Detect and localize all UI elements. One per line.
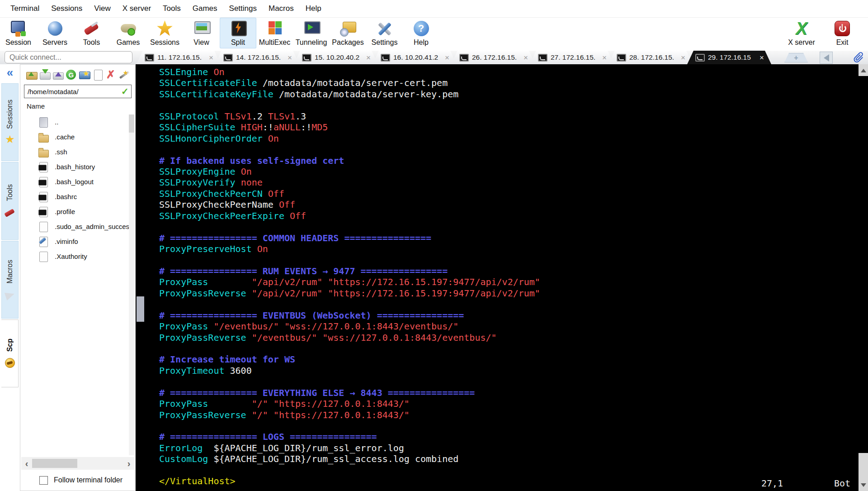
- toolbar-button-packages[interactable]: Packages: [330, 18, 366, 48]
- open-folder-icon[interactable]: [26, 69, 38, 81]
- file-item[interactable]: .viminfo: [20, 234, 129, 249]
- session-tab[interactable]: 15. 10.20.40.2 ×: [294, 51, 378, 64]
- remote-path-input[interactable]: [24, 88, 118, 95]
- toolbar-button-tools[interactable]: Tools: [73, 18, 110, 48]
- new-folder-icon[interactable]: ★: [79, 69, 90, 81]
- main-toolbar: Session Servers Tools Games: [0, 17, 868, 51]
- new-file-icon[interactable]: [92, 69, 104, 81]
- toolbar-button-help[interactable]: ? Help: [403, 18, 439, 48]
- file-item[interactable]: ..: [20, 114, 129, 129]
- scrollbar-thumb[interactable]: [859, 453, 868, 479]
- file-item[interactable]: .cache: [20, 129, 129, 144]
- sidebar-splitter-handle[interactable]: [137, 296, 144, 322]
- file-item[interactable]: .Xauthority: [20, 249, 129, 264]
- session-tab[interactable]: 28. 172.16.15. ×: [609, 51, 693, 64]
- sidebar-tab-label: Scp: [6, 338, 14, 352]
- session-tab[interactable]: 14. 172.16.15. ×: [215, 51, 299, 64]
- sidebar-tab-sessions[interactable]: Sessions ★: [1, 83, 19, 161]
- toolbar-button-xserver[interactable]: X X server: [781, 18, 822, 48]
- toolbar-button-multiexec[interactable]: MultiExec: [256, 18, 293, 48]
- terminal-pane[interactable]: SSLEngine OnSSLCertificateFile /motadata…: [136, 64, 868, 491]
- file-item[interactable]: .ssh: [20, 144, 129, 159]
- menu-item[interactable]: Help: [300, 2, 327, 15]
- toolbar-button-servers[interactable]: Servers: [37, 18, 73, 48]
- upload-icon[interactable]: [52, 69, 64, 81]
- close-icon[interactable]: ×: [366, 54, 371, 62]
- column-header-name[interactable]: Name: [20, 98, 135, 112]
- toolbar-button-exit[interactable]: | Exit: [822, 18, 863, 48]
- file-type-icon: [38, 116, 49, 128]
- scrollbar-thumb[interactable]: [32, 459, 77, 468]
- toolbar-button-view[interactable]: View: [183, 18, 220, 48]
- collapse-sidebar-button[interactable]: «: [0, 64, 20, 82]
- scrollbar-thumb[interactable]: [129, 114, 134, 133]
- toolbar-icon: [193, 19, 211, 38]
- toolbar-button-settings[interactable]: Settings: [366, 18, 403, 48]
- sidebar-tab-scp[interactable]: Scp: [1, 319, 19, 387]
- terminal-line: # If backend uses self-signed cert: [159, 155, 857, 166]
- validate-path-icon[interactable]: ✓: [118, 86, 132, 97]
- menu-item[interactable]: Games: [187, 2, 223, 15]
- file-list-vertical-scrollbar[interactable]: [129, 114, 134, 455]
- follow-terminal-folder-checkbox[interactable]: [39, 476, 48, 485]
- scroll-left-icon[interactable]: ‹: [21, 458, 32, 469]
- toolbar-left-group: Session Servers Tools Games: [0, 18, 439, 48]
- toolbar-button-games[interactable]: Games: [110, 18, 146, 48]
- terminal-line: [159, 221, 857, 232]
- menu-item[interactable]: Settings: [223, 2, 263, 15]
- terminal-line: SSLCertificateFile /motadata/motadata/se…: [159, 77, 857, 88]
- file-item[interactable]: .sudo_as_admin_successful: [20, 219, 129, 234]
- scroll-right-icon[interactable]: ›: [123, 458, 134, 469]
- toolbar-button-sessions[interactable]: Sessions: [146, 18, 183, 48]
- close-icon[interactable]: ×: [524, 54, 528, 62]
- file-list-horizontal-scrollbar[interactable]: ‹ ›: [21, 457, 134, 470]
- file-list: .. .cache .ssh .bash_history: [20, 114, 129, 455]
- session-tab[interactable]: 16. 10.20.41.2 ×: [373, 51, 457, 64]
- menu-item[interactable]: X server: [117, 2, 157, 15]
- menu-item[interactable]: Terminal: [5, 2, 45, 15]
- new-tab-button[interactable]: +: [784, 53, 808, 62]
- terminal-scrollbar[interactable]: [859, 64, 868, 491]
- refresh-icon[interactable]: G: [65, 69, 77, 81]
- magic-wand-icon[interactable]: ★: [118, 69, 130, 81]
- close-icon[interactable]: ×: [681, 54, 685, 62]
- menu-item[interactable]: Tools: [157, 2, 187, 15]
- close-icon[interactable]: ×: [445, 54, 449, 62]
- terminal-line: # Increase timeout for WS: [159, 354, 857, 365]
- close-icon[interactable]: ×: [760, 54, 764, 62]
- scroll-down-icon[interactable]: [859, 479, 868, 491]
- download-icon[interactable]: [39, 69, 51, 81]
- file-toolbar-icon-glyph: [39, 69, 51, 81]
- sidebar-tab-tools[interactable]: Tools: [1, 162, 19, 240]
- terminal-line: ProxyTimeout 3600: [159, 365, 857, 376]
- terminal-line: SSLProxyCheckPeerCN Off: [159, 188, 857, 199]
- tab-scroll-left-button[interactable]: [820, 52, 833, 64]
- toolbar-button-split[interactable]: Split: [220, 18, 256, 48]
- close-icon[interactable]: ×: [209, 54, 213, 62]
- sidebar-tab-macros[interactable]: Macros: [1, 241, 19, 319]
- session-tab[interactable]: 27. 172.16.15. ×: [530, 51, 614, 64]
- paperclip-icon[interactable]: [853, 52, 864, 63]
- toolbar-button-tunneling[interactable]: Tunneling: [293, 18, 330, 48]
- toolbar-icon: [229, 19, 247, 38]
- close-icon[interactable]: ×: [288, 54, 292, 62]
- menu-item[interactable]: Macros: [263, 2, 300, 15]
- file-item[interactable]: .bashrc: [20, 189, 129, 204]
- session-tab[interactable]: 11. 172.16.15. ×: [137, 51, 221, 64]
- file-item[interactable]: .bash_logout: [20, 174, 129, 189]
- quick-connect-input[interactable]: [5, 51, 132, 63]
- session-tab[interactable]: 26. 172.16.15. ×: [451, 51, 535, 64]
- file-item[interactable]: .bash_history: [20, 159, 129, 174]
- menu-item[interactable]: Sessions: [45, 2, 88, 15]
- session-tab[interactable]: 29. 172.16.15 ×: [687, 51, 771, 64]
- sidebar-tab-strip: « Sessions ★ Tools Macros: [0, 64, 20, 491]
- file-item[interactable]: .profile: [20, 204, 129, 219]
- toolbar-button-session[interactable]: Session: [0, 18, 37, 48]
- menu-item[interactable]: View: [88, 2, 117, 15]
- toolbar-right-group: X X server | Exit: [781, 18, 863, 48]
- terminal-line: ProxyPass "/" "https://127.0.0.1:8443/": [159, 398, 857, 409]
- toolbar-icon: ?: [412, 19, 430, 38]
- close-icon[interactable]: ×: [602, 54, 607, 62]
- scroll-up-icon[interactable]: [859, 64, 868, 76]
- delete-icon[interactable]: ✗: [105, 69, 117, 81]
